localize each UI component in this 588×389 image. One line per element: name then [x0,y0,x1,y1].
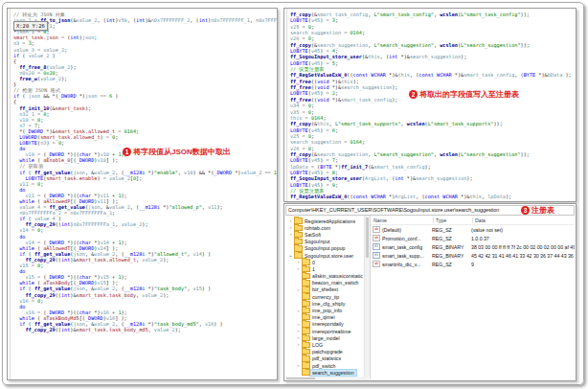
tree-item-currency_tip[interactable]: currency_tip [284,293,364,300]
code-token: = ( [34,309,47,315]
annotation-registry: 3 注册表 [521,205,554,216]
tree-item-biz_shellext[interactable]: ›biz_shellext [284,286,364,293]
code-token: value_2 [40,76,61,81]
scrollbar-thumb[interactable] [286,378,315,379]
code-token: ( [26,251,34,257]
tree-item-allskin_statusiconstatic[interactable]: allskin_statusiconstatic [284,273,364,280]
code-token: v34 [290,103,299,108]
tree-item-LOG[interactable]: ›LOG [284,341,364,348]
tree-item-large_model[interactable]: ›large_model [284,334,364,341]
registry-window: Computer\HKEY_CURRENT_USER\SOFTWARE\Sogo… [283,203,577,381]
value-name: smart_task_config [382,244,422,250]
code-token: value_2 [240,170,261,175]
code-token: = [29,263,37,268]
column-header-type[interactable]: Type [433,217,472,223]
code-token: int [61,327,70,332]
code-token: LOBYTE [26,175,44,181]
code-token: value_2 [121,221,142,227]
code-token: smart_task.json [13,34,58,40]
tree-item-ime_qimei[interactable]: ime_qimei [284,314,364,321]
code-token: smart_task.allowed_t [40,134,100,140]
registry-value-row[interactable]: 01smart_task_configREG_BINARY38 03 00 00… [371,242,575,251]
registry-value-row[interactable]: ab(Default)REG_SZ(value not set) [371,225,575,234]
column-header-name[interactable]: Name [371,217,433,223]
column-header-data[interactable]: Data [472,217,575,223]
chevron-right-icon[interactable]: › [296,322,301,327]
tree-horizontal-scrollbar[interactable] [284,377,369,380]
code-token: ] ); [106,245,119,251]
tree-item-ime_pop_info[interactable]: ›ime_pop_info [284,307,364,313]
code-token: = [29,298,37,304]
chevron-right-icon[interactable]: › [288,232,293,237]
code-token: v45 [311,127,320,133]
tree-item-1[interactable]: ›1 [284,265,364,272]
code-token: LOBYTE [290,170,308,175]
chevron-right-icon[interactable]: › [296,266,301,271]
code-token: ff_get_value [34,170,70,175]
chevron-right-icon[interactable]: › [296,335,301,340]
chevron-right-icon[interactable]: › [296,260,301,264]
code-token: L"search_suggestion" [373,151,433,157]
code-token: const [425,194,441,199]
code-token: = [34,47,43,53]
registry-value-row[interactable]: 01smart_task_supp...REG_BINARY45 42 42 3… [371,251,575,260]
code-token: value_2 [109,204,130,210]
code-token: lpData [290,164,308,170]
code-token: )); [521,151,530,157]
tree-item-search_suggestion[interactable]: search_suggestion [284,369,364,376]
right-code-listing: ff_copy(&smart_task_config, L"smart_task… [284,9,576,201]
tree-item-label: patchupgrade [310,349,345,355]
code-token: *)& [386,72,398,78]
code-token: ; [40,298,43,304]
chevron-right-icon[interactable]: › [296,342,301,347]
code-token: search_suggestion [341,84,392,90]
tree-item-label: pdf_switch [310,363,338,369]
code-token: this [317,121,329,126]
code-token: json [82,34,95,40]
code-token: ) = [320,170,332,175]
tree-item-pdf_switch[interactable]: ›pdf_switch [284,362,364,369]
code-token: *) [77,93,85,99]
code-token [13,151,26,157]
code-token: ); [122,240,127,245]
code-token: , ( [127,17,136,23]
tree-item-SogouInput.store.user[interactable]: ⌄SogouInput.store.user [284,252,364,259]
code-token: wcslen [440,11,458,17]
code-token: value_2 [142,292,163,298]
value-name: (Default) [382,227,401,233]
annotation-write-registry: 2 将取出的字段值写入至注册表 [409,89,519,100]
code-token: ( [34,198,43,204]
code-token: n0x7FFFFFFF_1 [211,17,250,23]
code-token: json [73,170,85,175]
tree-item-imereportdaily[interactable]: ›imereportdaily [284,321,364,328]
tree-item-label: ime_qimei [310,314,337,320]
chevron-right-icon[interactable]: › [288,218,293,223]
chevron-right-icon[interactable]: › [296,309,301,313]
registry-value-row[interactable]: abPromotion_conf...REG_SZ1.0.0.37 [371,234,575,242]
registry-value-row[interactable]: absmartinfo_dic_v...REG_SZ9 [371,260,575,268]
tree-item-pdf_statistics[interactable]: pdf_statistics [284,355,364,362]
chevron-right-icon[interactable]: › [296,363,301,368]
code-token: ; [40,227,43,233]
code-token: search_suggestion [290,139,341,145]
chevron-down-icon[interactable]: ⌄ [288,253,293,258]
code-token: LOBYTE [290,90,308,96]
code-token: *) [91,193,100,198]
code-token: v15 [97,280,105,286]
tree-item-ime_cfg_shiply[interactable]: ime_cfg_shiply [284,300,364,307]
chevron-right-icon[interactable]: › [296,329,301,333]
chevron-right-icon[interactable]: › [296,287,301,292]
code-token: int [70,34,79,40]
tree-item-imereportrealtime[interactable]: ›imereportrealtime [284,328,364,334]
code-token: ); [70,64,76,70]
code-token: ( [34,157,43,163]
code-token: this [469,194,482,199]
code-token: ] ); [115,315,127,321]
tree-item-patchupgrade[interactable]: patchupgrade [284,349,364,355]
tree-item-beacon_main_switch[interactable]: beacon_main_switch [284,280,364,286]
tree-item-0[interactable]: ›0 [284,259,364,265]
chevron-right-icon[interactable]: › [288,225,293,230]
scrollbar-thumb[interactable] [366,217,369,258]
code-token: value_2 [94,170,115,175]
code-token: __m128i [124,251,146,257]
